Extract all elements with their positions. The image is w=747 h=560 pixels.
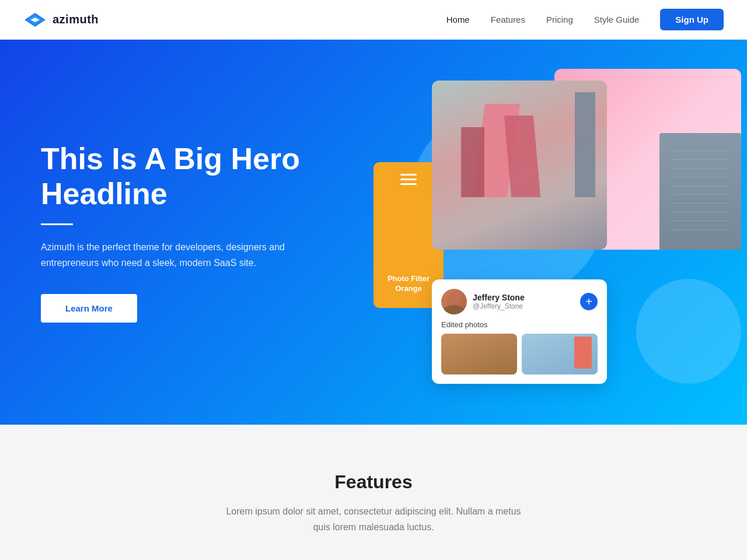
nav-pricing[interactable]: Pricing (546, 15, 573, 24)
profile-name: Jeffery Stone (473, 293, 525, 302)
hero-body: Azimuth is the perfect theme for develop… (41, 239, 286, 271)
add-button[interactable]: + (580, 293, 598, 310)
logo-icon (23, 12, 47, 28)
thumb-blue (522, 334, 598, 374)
orange-card-lines (400, 174, 417, 185)
features-subtitle: Lorem ipsum dolor sit amet, consectetur … (222, 503, 525, 535)
menu-line-1 (400, 174, 417, 176)
profile-handle: @Jeffery_Stone (473, 302, 525, 310)
hero-content: This Is A Big Hero Headline Azimuth is t… (0, 142, 303, 323)
avatar-face (448, 292, 460, 305)
nav-home[interactable]: Home (446, 15, 470, 24)
profile-text: Jeffery Stone @Jeffery_Stone (473, 293, 525, 310)
arch-image (432, 80, 607, 250)
edited-label: Edited photos (441, 320, 598, 329)
photo-thumb-2 (522, 334, 598, 374)
profile-header: Jeffery Stone @Jeffery_Stone + (441, 289, 598, 314)
hero-section: This Is A Big Hero Headline Azimuth is t… (0, 40, 747, 425)
hero-headline: This Is A Big Hero Headline (41, 142, 303, 212)
logo: azimuth (23, 12, 99, 28)
learn-more-button[interactable]: Learn More (41, 294, 137, 323)
photo-row (441, 334, 598, 374)
features-title: Features (23, 471, 724, 493)
menu-line-2 (400, 178, 417, 180)
blob-2 (636, 279, 741, 384)
nav-links: Home Features Pricing Style Guide Sign U… (446, 9, 724, 30)
hero-divider (41, 223, 73, 225)
pink-building (659, 133, 741, 250)
arch-shape-4 (575, 92, 595, 197)
arch-shape-2 (504, 116, 540, 197)
signup-button[interactable]: Sign Up (660, 9, 724, 30)
thumb-brown (441, 334, 517, 374)
profile-card: Jeffery Stone @Jeffery_Stone + Edited ph… (432, 279, 607, 384)
navbar: azimuth Home Features Pricing Style Guid… (0, 0, 747, 40)
menu-line-3 (400, 183, 417, 185)
nav-style-guide[interactable]: Style Guide (594, 15, 640, 24)
profile-info: Jeffery Stone @Jeffery_Stone (441, 289, 525, 314)
photo-thumb-1 (441, 334, 517, 374)
brand-name: azimuth (53, 13, 99, 26)
thumb-blue-building (574, 337, 592, 369)
avatar (441, 289, 467, 314)
hero-visual: Photo FilterOrange (374, 69, 747, 396)
arch-shape-3 (461, 127, 484, 197)
nav-features[interactable]: Features (491, 15, 525, 24)
avatar-body (444, 305, 465, 314)
features-section: Features Lorem ipsum dolor sit amet, con… (0, 425, 747, 560)
architecture-card (432, 80, 607, 250)
